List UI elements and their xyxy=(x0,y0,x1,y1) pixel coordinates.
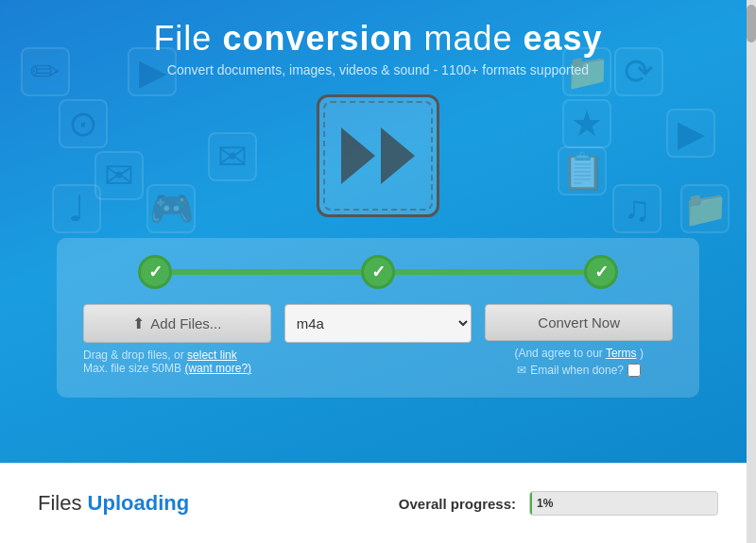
agree-close: ) xyxy=(640,347,644,360)
progress-bar-fill xyxy=(530,492,532,515)
title-area: File conversion made easy Convert docume… xyxy=(0,19,756,77)
hero-section: ✏ ⊙ ✉ ▶ ✉ ♩ 🎮 📁 ⟳ ▶ ♫ 📋 📁 ★ File convers… xyxy=(0,0,756,463)
files-uploading-title: Files Uploading xyxy=(38,491,189,516)
converter-card: ✓ ✓ ✓ ⬆ Add Files... xyxy=(57,238,699,398)
page-title: File conversion made easy xyxy=(0,19,756,59)
convert-now-button[interactable]: Convert Now xyxy=(485,304,673,341)
title-conversion: conversion xyxy=(222,19,413,58)
title-easy: easy xyxy=(524,19,603,58)
step-line-2 xyxy=(395,269,584,275)
action-row: ⬆ Add Files... Drag & drop files, or sel… xyxy=(83,304,673,377)
format-select[interactable]: m4a mp3 mp4 avi wav flac xyxy=(284,304,472,343)
step2-circle: ✓ xyxy=(361,255,395,289)
files-word: Files xyxy=(38,491,81,515)
drag-drop-text: Drag & drop files, or select link Max. f… xyxy=(83,348,271,375)
progress-percent: 1% xyxy=(537,497,553,510)
agree-text: (And agree to our Terms ) xyxy=(514,347,644,360)
title-part1: File xyxy=(153,19,222,58)
subtitle: Convert documents, images, videos & soun… xyxy=(0,62,756,77)
format-col: m4a mp3 mp4 avi wav flac xyxy=(284,304,472,343)
progress-bar-container xyxy=(529,491,718,516)
convert-label: Convert Now xyxy=(538,314,620,331)
arrow2 xyxy=(381,127,415,184)
agree-prefix: (And agree to our xyxy=(514,347,602,360)
steps-row: ✓ ✓ ✓ xyxy=(83,255,673,289)
center-logo xyxy=(0,94,756,217)
email-row: ✉ Email when done? xyxy=(517,364,641,377)
progress-wrapper: 1% xyxy=(529,491,718,516)
step-line-1 xyxy=(172,269,361,275)
logo-box xyxy=(317,94,439,217)
title-part2: made xyxy=(413,19,523,58)
email-label: Email when done? xyxy=(530,364,624,377)
email-icon: ✉ xyxy=(517,364,526,377)
terms-link[interactable]: Terms xyxy=(606,347,637,360)
add-files-button[interactable]: ⬆ Add Files... xyxy=(83,304,271,343)
max-size-text: Max. file size 50MB xyxy=(83,362,181,375)
select-link[interactable]: select link xyxy=(187,348,237,362)
add-files-label: Add Files... xyxy=(150,315,221,331)
step2-check: ✓ xyxy=(371,262,386,282)
arrow1 xyxy=(341,127,375,184)
bottom-section: Files Uploading Overall progress: 1% xyxy=(0,463,756,543)
uploading-word: Uploading xyxy=(88,491,190,515)
upload-icon: ⬆ xyxy=(132,314,145,332)
step3-circle: ✓ xyxy=(584,255,618,289)
drag-text-prefix: Drag & drop files, or xyxy=(83,348,184,362)
play-arrows xyxy=(339,127,417,184)
progress-area: Overall progress: 1% xyxy=(399,491,718,516)
want-more-link[interactable]: (want more?) xyxy=(184,362,251,375)
overall-label: Overall progress: xyxy=(399,496,516,512)
email-checkbox[interactable] xyxy=(627,364,641,377)
scrollbar[interactable] xyxy=(747,0,756,543)
step1-circle: ✓ xyxy=(138,255,172,289)
add-files-col: ⬆ Add Files... Drag & drop files, or sel… xyxy=(83,304,271,375)
step1-check: ✓ xyxy=(148,262,163,282)
step3-check: ✓ xyxy=(594,262,609,282)
convert-col: Convert Now (And agree to our Terms ) ✉ … xyxy=(485,304,673,377)
